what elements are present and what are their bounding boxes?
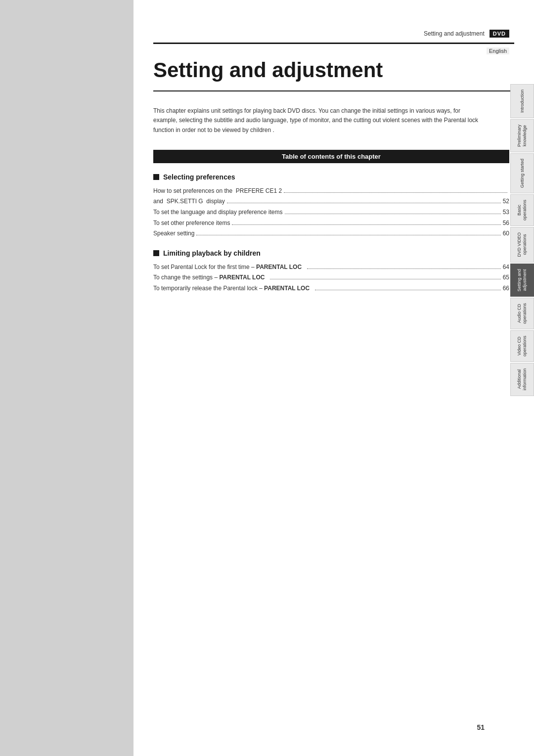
toc-item: To temporarily release the Parental lock… [153, 283, 509, 294]
tab-dvd-video-operations[interactable]: DVD VIDEO operations [510, 227, 534, 263]
title-divider [153, 90, 514, 91]
toc-page: 52 [503, 196, 509, 207]
toc-dots [196, 235, 500, 235]
tab-audio-cd-operations[interactable]: Audio CD operations [510, 298, 534, 329]
toc-dots [307, 268, 501, 269]
toc-item: and SPK.SETTI G display 52 [153, 196, 509, 207]
toc-box: Table of contents of this chapter [153, 150, 509, 163]
section-square-icon [153, 174, 159, 180]
section-limiting-playback: Limiting playback by children To set Par… [153, 249, 509, 294]
section-1-label: Selecting preferences [163, 173, 235, 181]
tab-additional-information-label: Additional information [515, 363, 530, 396]
tab-video-cd-operations[interactable]: Video CD operations [510, 330, 534, 362]
toc-item: To set other preference items 56 [153, 218, 509, 229]
tab-additional-information[interactable]: Additional information [510, 363, 534, 396]
intro-text: This chapter explains unit settings for … [153, 106, 485, 135]
page-title: Setting and adjustment [153, 59, 514, 82]
tab-setting-adjustment[interactable]: Setting and adjustment [510, 264, 534, 297]
right-tabs: Introduction Preliminary knowledge Getti… [510, 84, 534, 397]
section-title-1: Selecting preferences [153, 173, 509, 181]
top-header: Setting and adjustment DVD [134, 0, 534, 38]
toc-item-text: To set other preference items [153, 218, 230, 229]
section-square-icon [153, 250, 159, 256]
toc-dots [315, 290, 501, 290]
toc-item: To set the language and display preferen… [153, 207, 509, 218]
toc-page: 60 [503, 228, 509, 239]
toc-page: 64 [503, 262, 509, 273]
section-label: Setting and adjustment [424, 30, 485, 37]
main-content: Setting and adjustment DVD English Setti… [134, 0, 534, 756]
toc-dots [270, 279, 501, 279]
toc-item-text: and SPK.SETTI G display [153, 196, 225, 207]
tab-getting-started-label: Getting started [518, 154, 527, 193]
toc-dots [285, 214, 501, 214]
tab-introduction[interactable]: Introduction [510, 84, 534, 118]
toc-dots [227, 203, 501, 203]
tab-preliminary-knowledge[interactable]: Preliminary knowledge [510, 119, 534, 152]
toc-item: To set Parental Lock for the first time … [153, 262, 509, 273]
tab-basic-operations-label: Basic operations [515, 195, 530, 225]
toc-item-text: To set the language and display preferen… [153, 207, 283, 218]
tab-audio-cd-operations-label: Audio CD operations [515, 298, 530, 329]
left-sidebar [0, 0, 134, 756]
toc-item: Speaker setting 60 [153, 228, 509, 239]
toc-page: 56 [503, 218, 509, 229]
tab-preliminary-knowledge-label: Preliminary knowledge [515, 120, 530, 152]
tab-setting-adjustment-label: Setting and adjustment [515, 264, 530, 297]
section-title-2: Limiting playback by children [153, 249, 509, 257]
top-divider [153, 43, 514, 44]
dvd-badge: DVD [490, 30, 509, 38]
toc-item: How to set preferences on the PREFERE CE… [153, 186, 509, 197]
english-label: English [487, 47, 509, 54]
toc-item-text: To temporarily release the Parental lock… [153, 283, 313, 294]
section-selecting-preferences: Selecting preferences How to set prefere… [153, 173, 509, 239]
tab-introduction-label: Introduction [518, 85, 527, 118]
toc-item-text: To set Parental Lock for the first time … [153, 262, 305, 273]
section-2-label: Limiting playback by children [163, 249, 261, 257]
toc-item-text: Speaker setting [153, 228, 194, 239]
toc-page: 65 [503, 272, 509, 283]
toc-item-text: To change the settings – PARENTAL LOC [153, 272, 268, 283]
tab-basic-operations[interactable]: Basic operations [510, 194, 534, 226]
tab-dvd-video-operations-label: DVD VIDEO operations [515, 227, 530, 262]
toc-item-text: How to set preferences on the PREFERE CE… [153, 186, 282, 197]
toc-item: To change the settings – PARENTAL LOC 65 [153, 272, 509, 283]
toc-page: 66 [503, 283, 509, 294]
tab-getting-started[interactable]: Getting started [510, 153, 534, 193]
toc-dots [232, 224, 500, 225]
page-number: 51 [477, 723, 485, 731]
toc-header: Table of contents of this chapter [153, 150, 509, 163]
toc-dots [284, 192, 507, 193]
toc-page: 53 [503, 207, 509, 218]
tab-video-cd-operations-label: Video CD operations [515, 331, 530, 361]
